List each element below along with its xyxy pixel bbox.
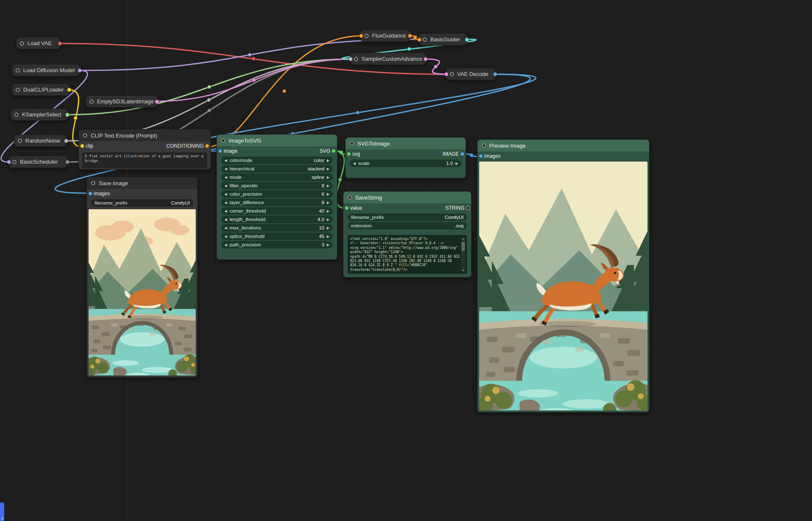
clip-input-port[interactable] <box>80 144 84 148</box>
widget-hierarchical[interactable]: ◀ hierarchical stacked ▶ <box>221 165 333 173</box>
svg-input-port[interactable] <box>347 152 351 156</box>
filename-prefix-widget[interactable]: filename_prefix ComfyUI <box>91 199 193 207</box>
prompt-textarea[interactable]: A flat vector art illustration of a goat… <box>82 152 207 168</box>
node-random-noise[interactable]: RandomNoise <box>14 135 67 147</box>
increment-arrow-icon[interactable]: ▶ <box>456 162 458 165</box>
node-load-vae[interactable]: Load VAE <box>16 37 60 49</box>
node-sampler-custom-advance[interactable]: SamplerCustomAdvance <box>350 53 426 65</box>
scrollbar[interactable]: ▲ ▼ <box>461 237 465 272</box>
node-save-image[interactable]: Save Image images filename_prefix ComfyU… <box>86 177 198 378</box>
node-dual-clip-loader[interactable]: DualCLIPLoader <box>12 84 70 96</box>
guider-inputs-port[interactable] <box>417 38 421 42</box>
node-basic-scheduler[interactable]: BasicScheduler <box>8 156 68 168</box>
widget-corner-threshold[interactable]: ◀ corner_threshold 40 ▶ <box>221 207 333 215</box>
image-output-port[interactable] <box>493 72 497 76</box>
decrement-arrow-icon[interactable]: ◀ <box>224 218 227 221</box>
collapse-dot-icon[interactable] <box>364 34 369 38</box>
filename-prefix-widget[interactable]: filename_prefix ComfyUI <box>348 213 467 221</box>
collapse-dot-icon[interactable] <box>423 38 427 42</box>
conditioning-output-port[interactable] <box>408 34 412 38</box>
increment-arrow-icon[interactable]: ▶ <box>327 243 329 247</box>
node-svg-to-image[interactable]: SVGToImage svg IMAGE ◀ scale 1.0 ▶ <box>345 137 466 178</box>
decrement-arrow-icon[interactable]: ◀ <box>353 162 356 165</box>
image-output-port[interactable] <box>460 152 464 156</box>
clip-output-port[interactable] <box>67 88 71 92</box>
node-header[interactable]: CLIP Text Encode (Prompt) <box>79 130 210 141</box>
increment-arrow-icon[interactable]: ▶ <box>327 218 329 221</box>
node-ksampler-select[interactable]: KSamplerSelect <box>11 108 68 121</box>
noise-output-port[interactable] <box>64 139 68 143</box>
increment-arrow-icon[interactable]: ▶ <box>327 175 329 179</box>
widget-path-precision[interactable]: ◀ path_precision 3 ▶ <box>221 241 333 248</box>
node-image-to-svg[interactable]: ImageToSVG image SVG ◀ colormode color ▶… <box>216 134 337 260</box>
model-output-port[interactable] <box>78 68 82 73</box>
collapse-dot-icon[interactable] <box>12 160 16 164</box>
widget-color-precision[interactable]: ◀ color_precision 6 ▶ <box>221 190 333 198</box>
increment-arrow-icon[interactable]: ▶ <box>327 235 329 238</box>
extension-widget[interactable]: extension .svg <box>348 222 467 229</box>
collapse-dot-icon[interactable] <box>350 141 354 146</box>
node-flux-guidance[interactable]: FluxGuidance <box>361 30 410 42</box>
latent-output-port[interactable] <box>424 57 428 61</box>
decrement-arrow-icon[interactable]: ◀ <box>224 192 227 196</box>
increment-arrow-icon[interactable]: ▶ <box>327 209 329 213</box>
increment-arrow-icon[interactable]: ▶ <box>327 192 329 196</box>
increment-arrow-icon[interactable]: ▶ <box>327 201 329 205</box>
node-basic-guider[interactable]: BasicGuider <box>419 33 467 46</box>
widget-mode[interactable]: ◀ mode spline ▶ <box>221 173 333 181</box>
collapse-dot-icon[interactable] <box>91 181 95 185</box>
sampler-inputs-port[interactable] <box>348 57 353 61</box>
conditioning-input-port[interactable] <box>359 34 363 38</box>
node-header[interactable]: ImageToSVG <box>217 135 337 146</box>
value-input-port[interactable] <box>345 206 349 210</box>
node-preview-image[interactable]: Preview Image images <box>477 139 650 413</box>
decrement-arrow-icon[interactable]: ◀ <box>224 209 227 213</box>
widget-length-threshold[interactable]: ◀ length_threshold 4.0 ▶ <box>221 216 333 223</box>
node-vae-decode[interactable]: VAE Decode <box>446 68 496 80</box>
vae-output-port[interactable] <box>58 41 62 46</box>
collapse-dot-icon[interactable] <box>221 138 225 143</box>
decrement-arrow-icon[interactable]: ◀ <box>224 201 227 205</box>
node-header[interactable]: Save Image <box>87 177 197 189</box>
sigmas-output-port[interactable] <box>65 160 70 164</box>
collapse-dot-icon[interactable] <box>83 133 87 138</box>
collapse-dot-icon[interactable] <box>18 139 22 143</box>
widget-filter-speckle[interactable]: ◀ filter_speckle 8 ▶ <box>221 182 333 189</box>
collapse-dot-icon[interactable] <box>348 195 352 200</box>
widget-layer-difference[interactable]: ◀ layer_difference 8 ▶ <box>221 199 333 206</box>
node-save-string[interactable]: SaveString value STRING filename_prefix … <box>343 191 472 278</box>
widget-splice-threshold[interactable]: ◀ splice_threshold 45 ▶ <box>221 232 333 240</box>
widget-colormode[interactable]: ◀ colormode color ▶ <box>221 157 333 164</box>
images-input-port[interactable] <box>88 192 92 196</box>
decrement-arrow-icon[interactable]: ◀ <box>224 243 227 247</box>
decrement-arrow-icon[interactable]: ◀ <box>224 167 227 171</box>
decrement-arrow-icon[interactable]: ◀ <box>224 175 227 179</box>
guider-output-port[interactable] <box>465 38 469 42</box>
increment-arrow-icon[interactable]: ▶ <box>327 184 329 188</box>
decrement-arrow-icon[interactable]: ◀ <box>224 184 227 188</box>
model-input-port[interactable] <box>7 160 11 164</box>
samples-input-port[interactable] <box>444 72 448 76</box>
sampler-output-port[interactable] <box>65 113 70 117</box>
collapse-dot-icon[interactable] <box>16 88 20 92</box>
node-load-diffusion-model[interactable]: Load Diffusion Model <box>12 64 80 76</box>
latent-output-port[interactable] <box>155 100 159 104</box>
collapse-dot-icon[interactable] <box>14 113 19 117</box>
scroll-down-icon[interactable]: ▼ <box>461 269 465 272</box>
collapse-dot-icon[interactable] <box>354 57 358 61</box>
conditioning-output-port[interactable] <box>205 144 209 148</box>
increment-arrow-icon[interactable]: ▶ <box>327 226 329 230</box>
decrement-arrow-icon[interactable]: ◀ <box>224 159 227 162</box>
collapse-dot-icon[interactable] <box>16 68 20 73</box>
node-header[interactable]: SVGToImage <box>345 138 466 149</box>
node-header[interactable]: Preview Image <box>477 140 649 151</box>
collapse-dot-icon[interactable] <box>450 72 454 76</box>
comfyui-canvas[interactable]: { "palette": { "vae": "#e8615f", "model"… <box>0 0 812 521</box>
string-output-port[interactable] <box>466 206 470 210</box>
node-empty-sd3-latent-image[interactable]: EmptySD3LatentImage <box>86 95 157 108</box>
collapse-dot-icon[interactable] <box>89 100 94 104</box>
svg-source-textarea[interactable]: <?xml version="1.0" encoding="UTF-8"?> <… <box>348 235 467 274</box>
node-header[interactable]: SaveString <box>343 192 471 203</box>
scrollbar-thumb[interactable] <box>461 242 465 251</box>
decrement-arrow-icon[interactable]: ◀ <box>224 235 227 238</box>
